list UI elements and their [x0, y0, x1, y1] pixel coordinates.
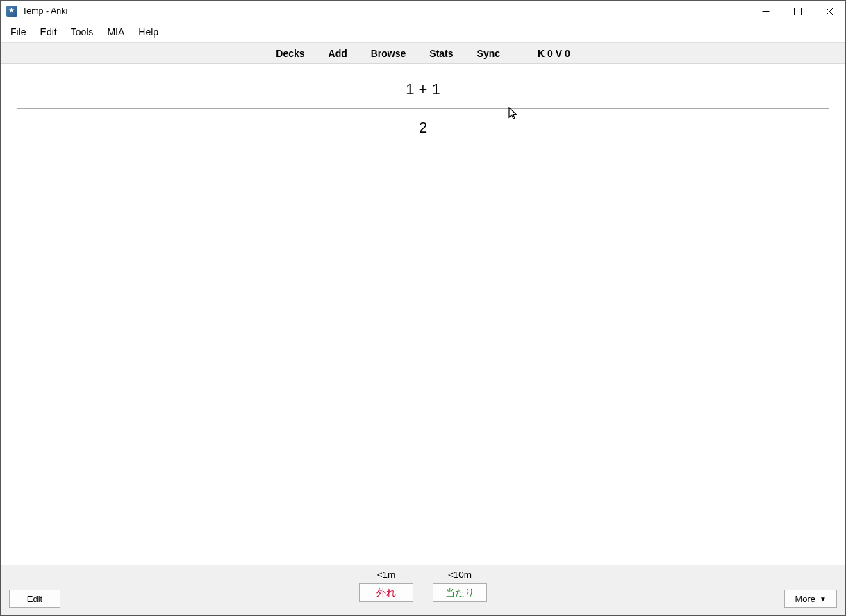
more-button[interactable]: More ▼ [784, 590, 837, 608]
more-button-label: More [795, 594, 815, 604]
window-title: Temp - Anki [22, 6, 67, 16]
titlebar: Temp - Anki [1, 1, 845, 22]
bottom-bar: Edit <1m 外れ <10m 当たり More ▼ [1, 565, 845, 615]
card-question: 1 + 1 [1, 81, 845, 99]
card-area: 1 + 1 2 [1, 64, 845, 565]
menu-file[interactable]: File [3, 24, 33, 40]
answer-buttons: <1m 外れ <10m 当たり [359, 569, 487, 602]
answer-again-time: <1m [377, 569, 396, 580]
close-button[interactable] [813, 1, 845, 22]
toolbar-decks[interactable]: Decks [276, 48, 304, 59]
app-icon [6, 6, 17, 17]
app-window: Temp - Anki File Edit Tools MIA Help Dec… [0, 0, 846, 616]
svg-rect-1 [794, 8, 801, 15]
answer-again-button[interactable]: 外れ [359, 583, 413, 602]
answer-again-group: <1m 外れ [359, 569, 413, 602]
card-content: 1 + 1 2 [1, 64, 845, 137]
card-divider [17, 108, 829, 109]
toolbar-browse[interactable]: Browse [371, 48, 406, 59]
toolbar-stats[interactable]: Stats [429, 48, 453, 59]
answer-good-button[interactable]: 当たり [433, 583, 487, 602]
menu-help[interactable]: Help [131, 24, 165, 40]
chevron-down-icon: ▼ [820, 595, 827, 603]
toolbar-counter: K 0 V 0 [538, 48, 570, 59]
answer-good-time: <10m [448, 569, 472, 580]
menu-mia[interactable]: MIA [100, 24, 131, 40]
card-answer: 2 [1, 119, 845, 137]
minimize-button[interactable] [749, 1, 781, 22]
answer-good-group: <10m 当たり [433, 569, 487, 602]
maximize-button[interactable] [781, 1, 813, 22]
edit-button[interactable]: Edit [9, 590, 60, 608]
toolbar-sync[interactable]: Sync [477, 48, 500, 59]
menu-edit[interactable]: Edit [33, 24, 64, 40]
toolbar: Decks Add Browse Stats Sync K 0 V 0 [1, 42, 845, 64]
menubar: File Edit Tools MIA Help [1, 22, 845, 42]
toolbar-add[interactable]: Add [329, 48, 347, 59]
menu-tools[interactable]: Tools [64, 24, 101, 40]
